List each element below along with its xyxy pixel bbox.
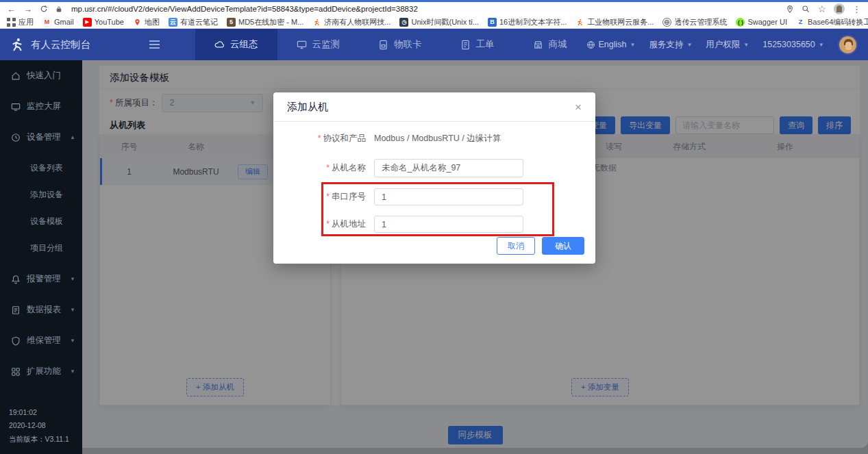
browser-refresh-icon[interactable]: [40, 5, 48, 13]
protocol-label: *协议和产品: [273, 133, 366, 144]
browser-back-icon[interactable]: ←: [7, 5, 16, 14]
sim-card-icon: [378, 40, 388, 50]
tab-work-order[interactable]: 工单: [441, 29, 514, 60]
app-top-nav: 有人云控制台 云组态 云监测 物联卡 工单 商城 English▼ 服务支持▼ …: [0, 29, 868, 60]
user-avatar[interactable]: [838, 35, 858, 55]
browser-menu-icon[interactable]: ⋮: [852, 5, 861, 14]
bookmark-star-icon[interactable]: ☆: [817, 4, 826, 14]
bookmark-unix-time[interactable]: ◷Unix时间戳(Unix ti...: [399, 17, 478, 27]
location-pin-icon[interactable]: [786, 5, 794, 14]
lock-icon: [55, 5, 62, 13]
runner-icon: [312, 18, 321, 27]
gmail-icon: M: [42, 18, 51, 27]
tab-mall[interactable]: 商城: [514, 29, 586, 60]
support-menu[interactable]: 服务支持▼: [649, 39, 692, 51]
globe-icon: [586, 40, 595, 49]
sidebar-item-device-management[interactable]: 设备管理 ▲: [0, 122, 82, 153]
big-screen-icon: [11, 102, 21, 112]
md5-icon: 5: [227, 18, 236, 27]
youtube-icon: ▶: [83, 18, 92, 27]
chevron-down-icon: ▼: [630, 42, 636, 48]
globe-icon: [662, 18, 671, 27]
collapse-menu-icon[interactable]: [149, 40, 160, 49]
home-icon: [11, 71, 21, 81]
search-icon[interactable]: [802, 5, 810, 13]
sidebar-item-device-template[interactable]: 设备模板: [0, 208, 82, 235]
permission-menu[interactable]: 用户权限▼: [706, 39, 749, 51]
slave-name-input[interactable]: [374, 159, 523, 177]
version-label: 当前版本：V3.11.1: [9, 433, 69, 446]
bookmark-apps[interactable]: 应用: [7, 17, 34, 27]
map-pin-icon: [133, 18, 142, 27]
chevron-down-icon: ▼: [70, 368, 75, 375]
alarm-bell-icon: [11, 275, 21, 284]
monitor-icon: [297, 40, 307, 50]
hex-icon: B: [488, 18, 497, 27]
sidebar-item-quick-start[interactable]: 快速入门: [0, 60, 82, 91]
required-asterisk: *: [318, 134, 321, 143]
sidebar: 快速入门 监控大屏 设备管理 ▲ 设备列表 添加设备 设备模板 项目分组 报警管…: [0, 60, 82, 454]
language-selector[interactable]: English▼: [586, 40, 636, 49]
tab-cloud-monitor[interactable]: 云监测: [277, 29, 360, 60]
required-asterisk: *: [326, 163, 330, 173]
bookmark-cloud-mgmt[interactable]: 透传云管理系统: [662, 17, 727, 27]
bookmark-gmail[interactable]: MGmail: [42, 18, 74, 27]
chevron-down-icon: ▼: [819, 42, 824, 48]
modal-title: 添加从机: [287, 101, 328, 114]
url-text[interactable]: mp.usr.cn/#/cloudV2/device/ViewAddDevice…: [71, 5, 418, 13]
browser-address-bar: ← → mp.usr.cn/#/cloudV2/device/ViewAddDe…: [0, 2, 868, 16]
main-content: 添加设备模板 * 所属项目： 2 ▼ * 设备模板名称 从机列表 导入变量 导出…: [82, 60, 868, 454]
apps-grid-icon: [11, 367, 21, 377]
tab-cloud-scada[interactable]: 云组态: [195, 29, 277, 60]
slave-name-label: *从机名称: [273, 162, 366, 174]
app-nav-right: English▼ 服务支持▼ 用户权限▼ 15253035650▼: [586, 35, 868, 55]
shield-icon: [11, 336, 21, 346]
app-brand-title: 有人云控制台: [31, 38, 90, 51]
runner-icon: [575, 18, 584, 27]
bookmark-swagger[interactable]: { }Swagger UI: [736, 18, 786, 27]
chevron-down-icon: ▼: [70, 307, 75, 313]
sidebar-item-data-report[interactable]: 数据报表 ▼: [0, 294, 82, 325]
browser-profile-avatar[interactable]: [834, 3, 845, 14]
modal-header: 添加从机 ×: [273, 92, 595, 122]
sidebar-item-add-device[interactable]: 添加设备: [0, 181, 82, 208]
chevron-down-icon: ▼: [686, 42, 692, 48]
cloud-icon: [214, 40, 225, 50]
apps-grid-icon: [7, 18, 16, 27]
clock-icon: ◷: [399, 18, 408, 27]
bookmark-usr-iot[interactable]: 济南有人物联网技...: [312, 17, 390, 27]
sidebar-item-device-list[interactable]: 设备列表: [0, 155, 82, 181]
close-icon[interactable]: ×: [575, 101, 582, 113]
status-date: 2020-12-08: [9, 419, 69, 432]
sidebar-item-project-group[interactable]: 项目分组: [0, 235, 82, 262]
cancel-button[interactable]: 取消: [497, 237, 535, 255]
confirm-button[interactable]: 确认: [542, 237, 584, 255]
tab-iot-card[interactable]: 物联卡: [359, 29, 441, 60]
sidebar-item-maintenance[interactable]: 维保管理 ▼: [0, 325, 82, 356]
bookmark-industrial-iot[interactable]: 工业物联网云服务...: [575, 17, 654, 27]
base64-icon: Z: [796, 18, 805, 27]
annotation-rectangle: [321, 182, 554, 236]
chevron-down-icon: ▼: [70, 338, 75, 344]
browser-forward-icon[interactable]: →: [23, 5, 32, 14]
protocol-value: Modbus / ModbusRTU / 边缘计算: [374, 133, 501, 144]
bookmark-hex[interactable]: B16进制到文本字符...: [488, 17, 567, 27]
bookmark-md5[interactable]: 5MD5在线加密 - M...: [227, 17, 303, 27]
usr-logo-icon: [10, 37, 25, 52]
device-gauge-icon: [11, 133, 21, 142]
sidebar-item-alarm-management[interactable]: 报警管理 ▼: [0, 264, 82, 294]
bookmark-base64[interactable]: ZBase64编码转换工...: [796, 17, 868, 27]
bookmarks-bar: 应用 MGmail ▶YouTube 地图 云有道云笔记 5MD5在线加密 - …: [0, 16, 868, 29]
sidebar-item-monitor-screen[interactable]: 监控大屏: [0, 91, 82, 122]
chevron-down-icon: ▼: [743, 42, 749, 48]
chevron-up-icon: ▲: [70, 134, 75, 140]
work-order-icon: [460, 40, 471, 50]
bookmark-maps[interactable]: 地图: [133, 17, 160, 27]
sidebar-item-extensions[interactable]: 扩展功能 ▼: [0, 356, 82, 387]
account-menu[interactable]: 15253035650▼: [762, 40, 823, 49]
bookmark-youtube[interactable]: ▶YouTube: [83, 18, 124, 27]
chevron-down-icon: ▼: [70, 276, 75, 282]
bookmark-youdao[interactable]: 云有道云笔记: [169, 17, 218, 27]
youdao-icon: 云: [169, 18, 177, 27]
app-tabs: 云组态 云监测 物联卡 工单 商城: [195, 29, 586, 60]
